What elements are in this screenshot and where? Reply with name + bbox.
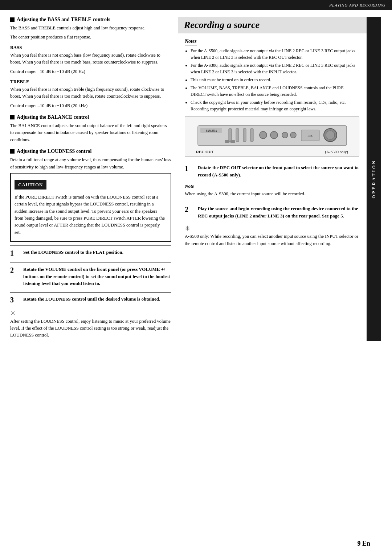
- tip-sun-icon: ✳: [10, 309, 171, 317]
- svg-rect-4: [236, 129, 239, 142]
- caution-label: CAUTION: [15, 180, 46, 190]
- treble-range: Control range: –10 dB to +10 dB (20 kHz): [10, 102, 171, 109]
- svg-rect-6: [250, 129, 253, 142]
- svg-text:YAMAHA: YAMAHA: [205, 129, 217, 133]
- tip-section: ✳ After setting the LOUDNESS control, en…: [10, 309, 171, 339]
- device-image: YAMAHA: [185, 117, 359, 156]
- bass-treble-intro1: The BASS and TREBLE controls adjust high…: [10, 25, 171, 32]
- step2-number: 2: [10, 266, 20, 274]
- svg-point-10: [290, 132, 296, 138]
- device-svg: YAMAHA: [196, 122, 348, 151]
- right-step2-number: 2: [185, 205, 195, 214]
- bass-treble-heading: Adjusting the BASS and TREBLE controls: [10, 17, 171, 23]
- heading-square-icon-2: [10, 115, 15, 119]
- balance-title: Adjusting the BALANCE control: [17, 114, 89, 120]
- note-item-3: This unit must be turned on in order to …: [191, 77, 359, 83]
- header-section-label: Playing and Recording: [329, 3, 385, 7]
- step2: 2 Rotate the VOLUME control on the front…: [10, 262, 171, 287]
- svg-text:REC: REC: [307, 134, 313, 138]
- rec-out-label: REC OUT: [196, 150, 214, 154]
- operation-label: OPERATION: [371, 159, 377, 199]
- note-body: When using the A-S300, the current input…: [185, 191, 359, 197]
- svg-rect-11: [225, 140, 229, 143]
- right-tip-section: ✳ A-S500 only: While recording, you can …: [185, 224, 359, 247]
- step1-text: Set the LOUDNESS control to the FLAT pos…: [23, 249, 123, 256]
- note-item-5: Check the copyright laws in your country…: [191, 99, 359, 112]
- notes-list: For the A-S500, audio signals are not ou…: [185, 48, 359, 112]
- step3-text: Rotate the LOUDNESS control until the de…: [23, 296, 160, 303]
- svg-point-9: [282, 132, 288, 138]
- note-item-4: The VOLUME, BASS, TREBLE, BALANCE and LO…: [191, 85, 359, 98]
- bass-subheading: BASS: [10, 45, 171, 50]
- right-step2-text: Play the source and begin recording usin…: [198, 205, 359, 219]
- loudness-title: Adjusting the LOUDNESS control: [17, 148, 91, 154]
- step3: 3 Rotate the LOUDNESS control until the …: [10, 292, 171, 304]
- treble-body: When you feel there is not enough treble…: [10, 86, 171, 100]
- note-item-1: For the A-S500, audio signals are not ou…: [191, 48, 359, 61]
- right-tip-icon: ✳: [185, 224, 359, 232]
- heading-square-icon-3: [10, 149, 15, 154]
- tip-text: After setting the LOUDNESS control, enjo…: [10, 318, 171, 339]
- right-step1: 1 Rotate the REC OUT selector on the fro…: [185, 161, 359, 178]
- right-step2: 2 Play the source and begin recording us…: [185, 202, 359, 219]
- svg-rect-5: [243, 129, 246, 142]
- left-column: Adjusting the BASS and TREBLE controls T…: [0, 17, 178, 341]
- balance-body: The BALANCE control adjusts the sound ou…: [10, 122, 171, 143]
- step2-text: Rotate the VOLUME control on the front p…: [23, 266, 171, 287]
- right-tip-text: A-S500 only: While recording, you can se…: [185, 233, 359, 247]
- bass-body: When you feel there is not enough bass (…: [10, 52, 171, 66]
- step1-number: 1: [10, 249, 20, 257]
- right-step1-number: 1: [185, 164, 195, 173]
- bass-range: Control range: –10 dB to +10 dB (20 Hz): [10, 68, 171, 75]
- svg-rect-12: [230, 140, 235, 143]
- loudness-body: Retain a full tonal range at any volume …: [10, 156, 171, 171]
- loudness-heading: Adjusting the LOUDNESS control: [10, 148, 171, 154]
- as500-label: (A-S500 only): [325, 150, 348, 154]
- treble-subheading: TREBLE: [10, 79, 171, 85]
- bass-treble-intro2: The center position produces a flat resp…: [10, 34, 171, 41]
- caution-text: If the PURE DIRECT switch is turned on w…: [15, 194, 167, 236]
- step3-number: 3: [10, 296, 20, 304]
- caution-box: CAUTION If the PURE DIRECT switch is tur…: [10, 173, 171, 242]
- svg-point-8: [270, 131, 278, 139]
- note-label: Note: [185, 183, 359, 189]
- svg-point-14: [326, 131, 335, 139]
- right-column: Recording a source Notes For the A-S500,…: [178, 17, 381, 341]
- right-step1-text: Rotate the REC OUT selector on the front…: [198, 164, 359, 178]
- svg-rect-3: [229, 129, 232, 142]
- svg-point-7: [260, 131, 267, 139]
- note-item-2: For the A-S300, audio signals are not ou…: [191, 62, 359, 75]
- page-number: 9 En: [357, 540, 370, 547]
- operation-sidebar: OPERATION: [367, 17, 381, 341]
- notes-label: Notes: [185, 38, 197, 45]
- step1: 1 Set the LOUDNESS control to the FLAT p…: [10, 245, 171, 257]
- top-header: Playing and Recording: [0, 0, 392, 10]
- balance-heading: Adjusting the BALANCE control: [10, 114, 171, 120]
- page-container: Playing and Recording Adjusting the BASS…: [0, 0, 392, 554]
- bass-treble-title: Adjusting the BASS and TREBLE controls: [17, 17, 110, 23]
- main-content: Adjusting the BASS and TREBLE controls T…: [0, 10, 392, 348]
- heading-square-icon: [10, 17, 15, 22]
- recording-title: Recording a source: [178, 17, 375, 33]
- note-block: Note When using the A-S300, the current …: [185, 183, 359, 197]
